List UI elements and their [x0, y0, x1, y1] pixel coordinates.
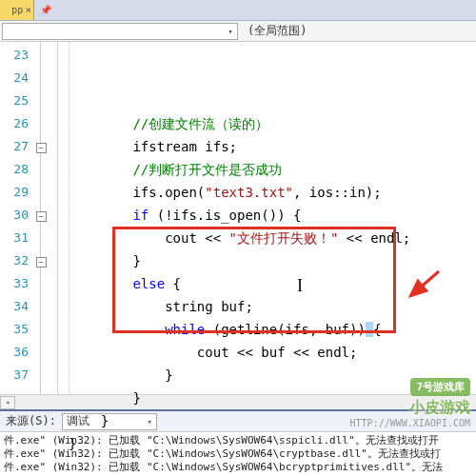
fold-minus-icon[interactable]: −: [36, 211, 47, 222]
output-source-label: 来源(S):: [6, 413, 56, 429]
code-line[interactable]: }: [69, 249, 476, 272]
tab-strip: pp × 📌: [0, 0, 476, 21]
fold-slot: [32, 44, 50, 67]
scope-dropdown-left[interactable]: ▾: [2, 23, 238, 40]
chevron-down-icon: ▾: [224, 27, 237, 36]
line-number: 36: [0, 341, 29, 364]
code-line[interactable]: }: [69, 432, 476, 455]
fold-slot: [32, 295, 50, 318]
fold-slot: [32, 341, 50, 364]
code-line[interactable]: while (getline(ifs, buf)) {: [69, 318, 476, 341]
fold-slot: [32, 89, 50, 112]
text-cursor-icon: I: [297, 276, 303, 296]
fold-slot: [32, 158, 50, 181]
line-number: 27: [0, 135, 29, 158]
line-number: 23: [0, 44, 29, 67]
line-number: 32: [0, 249, 29, 272]
fold-slot: [32, 67, 50, 89]
fold-slot: [32, 272, 50, 295]
scroll-left-icon[interactable]: ◂: [0, 396, 15, 409]
tab-suffix: pp: [11, 5, 23, 15]
fold-slot: [32, 112, 50, 135]
fold-minus-icon[interactable]: −: [36, 257, 47, 268]
code-line[interactable]: }: [69, 387, 476, 409]
code-line[interactable]: //创建文件流（读的）: [69, 112, 476, 135]
margin-column: [50, 42, 69, 394]
scope-bar: ▾ (全局范围): [0, 21, 476, 42]
fold-minus-icon[interactable]: −: [36, 143, 47, 153]
line-number: 26: [0, 112, 29, 135]
line-number: 33: [0, 272, 29, 295]
code-area[interactable]: //创建文件流（读的） ifstream ifs; //判断打开文件是否成功 i…: [69, 42, 476, 394]
fold-slot: [32, 181, 50, 204]
line-number: 37: [0, 364, 29, 387]
line-number: 34: [0, 295, 29, 318]
code-line[interactable]: //判断打开文件是否成功: [69, 158, 476, 181]
code-line[interactable]: string buf;: [69, 295, 476, 318]
line-number: 31: [0, 227, 29, 249]
fold-slot: [32, 227, 50, 249]
fold-slot[interactable]: −: [32, 135, 50, 158]
code-line[interactable]: ifstream ifs;: [69, 135, 476, 158]
pin-icon[interactable]: 📌: [40, 5, 51, 15]
fold-slot[interactable]: −: [32, 249, 50, 272]
line-number: 25: [0, 89, 29, 112]
fold-slot: [32, 318, 50, 341]
line-number: 29: [0, 181, 29, 204]
line-number: 28: [0, 158, 29, 181]
code-editor[interactable]: 232425262728293031323334353637 −−− //创建文…: [0, 42, 476, 394]
code-line[interactable]: ifs.open("text3.txt", ios::in);: [69, 181, 476, 204]
fold-slot[interactable]: −: [32, 204, 50, 227]
code-line[interactable]: if (!ifs.is_open()) {: [69, 204, 476, 227]
fold-column[interactable]: −−−: [32, 42, 50, 394]
close-icon[interactable]: ×: [25, 4, 31, 16]
line-number: 24: [0, 67, 29, 89]
output-line: 件.exe" (Win32): 已加载 "C:\Windows\SysWOW64…: [4, 461, 472, 474]
code-line[interactable]: }: [69, 409, 476, 432]
code-line[interactable]: cout << buf << endl;: [69, 341, 476, 364]
line-number: 35: [0, 318, 29, 341]
scope-label: (全局范围): [248, 23, 307, 39]
file-tab[interactable]: pp ×: [0, 0, 34, 20]
code-line[interactable]: cout << "文件打开失败！" << endl;: [69, 227, 476, 249]
fold-slot: [32, 364, 50, 387]
line-number: 30: [0, 204, 29, 227]
line-number-gutter: 232425262728293031323334353637: [0, 42, 32, 394]
code-line[interactable]: }: [69, 364, 476, 387]
code-line[interactable]: else {: [69, 272, 476, 295]
